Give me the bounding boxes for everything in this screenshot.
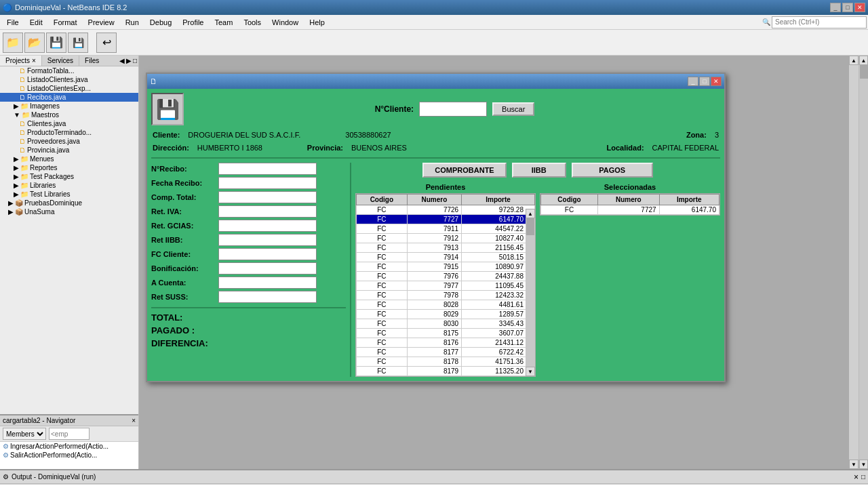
pagos-button[interactable]: PAGOS [572,163,653,178]
retiva-label: Ret. IVA: [151,207,216,216]
tree-item-reportes[interactable]: ▶ 📁 Reportes [0,163,138,172]
fecharecibo-input[interactable] [218,177,317,189]
table-row[interactable]: FC 7727 6147.70 [541,205,719,215]
tree-item-clientes[interactable]: 🗋 Clientes.java [0,119,138,128]
menu-file[interactable]: File [1,17,24,28]
tree-item-pruebasdominique[interactable]: ▶ 📦 PruebasDominique [0,199,138,207]
minimize-button[interactable]: _ [830,3,841,12]
main-scroll-up[interactable]: ▲ [849,56,859,65]
tab-files[interactable]: Files [79,56,104,66]
table-row[interactable]: FC 7976 24437.88 [357,272,535,281]
close-button[interactable]: ✕ [854,3,865,12]
nav-item-salir[interactable]: ⚙ SalirActionPerformed(Actio... [0,451,138,460]
menu-help[interactable]: Help [304,17,330,28]
table-row[interactable]: FC 7911 44547.22 [357,224,535,234]
table-row[interactable]: FC 8028 4481.61 [357,300,535,310]
dialog-restore[interactable]: □ [699,77,710,86]
menu-debug[interactable]: Debug [144,17,177,28]
sidebar-left-arrow[interactable]: ◀ [119,57,125,64]
table-row[interactable]: FC 7914 5018.15 [357,253,535,262]
tree-item-formatabla[interactable]: 🗋 FormatoTabla... [0,66,138,75]
tree-item-proveedores[interactable]: 🗋 Proveedores.java [0,137,138,146]
menu-profile[interactable]: Profile [177,17,209,28]
members-select[interactable]: Members [3,428,46,440]
scroll-up[interactable]: ▲ [526,209,535,218]
retsuss-input[interactable] [218,291,317,303]
members-filter[interactable] [49,428,90,440]
save-button[interactable]: 💾 [46,33,66,53]
table-row[interactable]: FC 7912 10827.40 [357,234,535,243]
table-row[interactable]: FC 8029 1289.57 [357,310,535,319]
save-all-button[interactable]: 💾 [68,33,88,53]
table-row[interactable]: FC 7915 10890.97 [357,262,535,272]
search-input[interactable] [772,16,867,28]
menu-format[interactable]: Format [48,17,83,28]
comprobante-button[interactable]: COMPROBANTE [422,163,506,178]
menu-edit[interactable]: Edit [24,17,48,28]
table-row[interactable]: FC 8177 6722.42 [357,348,535,357]
maximize-output-button[interactable]: □ [861,473,865,481]
menu-window[interactable]: Window [267,17,304,28]
tree-item-imagenes[interactable]: ▶ 📁 Imagenes [0,102,138,110]
buscar-button[interactable]: Buscar [492,102,534,116]
tree-item-libraries[interactable]: ▶ 📁 Libraries [0,181,138,190]
table-row[interactable]: FC 8176 21431.12 [357,338,535,348]
dialog-minimize[interactable]: _ [688,77,698,86]
retiva-input[interactable] [218,205,317,218]
tree-item-listadoclientes[interactable]: 🗋 ListadoClientes.java [0,75,138,84]
table-row[interactable]: FC 8178 41751.36 [357,357,535,367]
back-button[interactable]: ↩ [96,33,117,53]
action-buttons: COMPROBANTE IIBB PAGOS [355,163,720,178]
tree-item-provincia[interactable]: 🗋 Provincia.java [0,146,138,155]
bonificacion-input[interactable] [218,262,317,274]
new-project-button[interactable]: 📁 [3,33,23,53]
ncliente-input[interactable] [419,102,487,117]
tree-item-productoterminado[interactable]: 🗋 ProductoTerminado... [0,128,138,137]
table-row[interactable]: FC 8179 11325.20 [357,367,535,376]
main-scrollbar[interactable]: ▲ ▼ [849,56,859,469]
right-scroll-up[interactable]: ▲ [859,56,868,65]
sidebar-maximize[interactable]: □ [133,57,137,64]
right-scroll-down[interactable]: ▼ [859,460,868,469]
tab-services[interactable]: Services [42,56,79,66]
pendientes-scrollbar[interactable]: ▲ ▼ [526,209,535,376]
fccliente-input[interactable] [218,248,317,260]
menu-run[interactable]: Run [120,17,144,28]
tree-item-listadoclientesexp[interactable]: 🗋 ListadoClientesExp... [0,84,138,93]
tree-item-recibos[interactable]: 🗋 Recibos.java [0,93,138,102]
dialog-title-bar: 🗋 _ □ ✕ [147,74,724,89]
table-row[interactable]: FC 7913 21156.45 [357,243,535,253]
menu-tools[interactable]: Tools [238,17,267,28]
tree-item-maestros[interactable]: ▼ 📁 Maestros [0,110,138,119]
iibb-button[interactable]: IIBB [512,163,566,178]
table-row[interactable]: FC 7978 12423.32 [357,291,535,300]
acuenta-input[interactable] [218,277,317,289]
table-row[interactable]: FC 7977 11095.45 [357,281,535,291]
tree-item-testlibraries[interactable]: ▶ 📁 Test Libraries [0,190,138,199]
scroll-thumb[interactable] [526,218,534,235]
menu-team[interactable]: Team [209,17,238,28]
nrecibo-input[interactable] [218,163,317,175]
table-row[interactable]: FC 7726 9729.28 [357,205,535,215]
dialog-close[interactable]: ✕ [711,77,722,86]
sidebar-right-arrow[interactable]: ▶ [126,57,132,64]
retiibb-input[interactable] [218,234,317,246]
tab-projects[interactable]: Projects × [0,56,42,66]
right-scroll-thumb[interactable] [860,65,868,79]
tree-item-unasuma[interactable]: ▶ 📦 UnaSuma [0,207,138,216]
maximize-button[interactable]: □ [842,3,853,12]
nav-item-ingresar[interactable]: ⚙ IngresarActionPerformed(Actio... [0,442,138,451]
table-row[interactable]: FC 8030 3345.43 [357,319,535,329]
tree-item-menues[interactable]: ▶ 📁 Menues [0,155,138,163]
close-navigator-button[interactable]: × [132,417,136,424]
close-output-button[interactable]: × [854,472,859,482]
scroll-down[interactable]: ▼ [526,367,535,376]
menu-preview[interactable]: Preview [83,17,120,28]
tree-item-testpackages[interactable]: ▶ 📁 Test Packages [0,172,138,181]
open-project-button[interactable]: 📂 [24,33,45,53]
table-row[interactable]: FC 7727 6147.70 [357,215,535,224]
table-row[interactable]: FC 8175 3607.07 [357,329,535,338]
retgcias-input[interactable] [218,220,317,232]
comptotal-input[interactable] [218,191,317,203]
main-scroll-down[interactable]: ▼ [849,460,859,469]
